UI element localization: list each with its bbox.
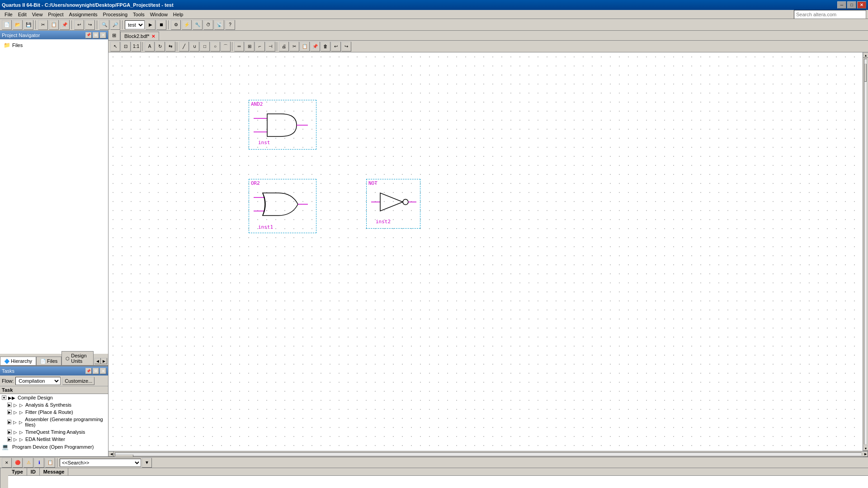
port-tool[interactable]: ⊣ [265, 42, 275, 52]
menu-tools[interactable]: Tools [130, 11, 147, 18]
curve-tool[interactable]: ∪ [189, 42, 199, 52]
tasks-pin-button[interactable]: 📌 [85, 368, 92, 374]
redo-tool[interactable]: ↪ [341, 42, 351, 52]
close-button[interactable]: ✕ [857, 1, 866, 9]
rotate-tool[interactable]: ↻ [155, 42, 165, 52]
timequest-expand[interactable]: ▶ [7, 430, 12, 434]
analyze-button[interactable]: ⚙ [171, 20, 181, 30]
help-btn[interactable]: ? [225, 20, 235, 30]
menu-project[interactable]: Project [45, 11, 66, 18]
vscroll-down-btn[interactable]: ▼ [863, 446, 868, 451]
msg-error-filter-btn[interactable]: 🔴 [13, 458, 23, 468]
menu-assignments[interactable]: Assignments [66, 11, 100, 18]
msg-clear-all-btn[interactable]: ✕ [2, 458, 12, 468]
paste-button[interactable]: 📌 [60, 20, 70, 30]
hscroll-track[interactable] [115, 452, 862, 456]
hscroll-thumb[interactable] [115, 455, 133, 457]
tasks-close-button[interactable]: ✕ [100, 368, 106, 374]
customize-button[interactable]: Customize... [62, 377, 94, 385]
vscroll-thumb[interactable] [864, 64, 867, 82]
menu-edit[interactable]: Edit [15, 11, 29, 18]
wire-tool[interactable]: ⌐ [255, 42, 265, 52]
msg-search-select[interactable]: <<Search>> [60, 459, 141, 467]
hscroll-right-btn[interactable]: ▶ [863, 451, 868, 457]
files-nav-item[interactable]: 📁 Files [2, 41, 106, 49]
navigator-pin-button[interactable]: 📌 [85, 32, 92, 38]
ellipse-tool[interactable]: ○ [210, 42, 220, 52]
nav-tab-next[interactable]: ▶ [101, 358, 107, 364]
task-program-device[interactable]: 💻 Program Device (Open Programmer) [0, 443, 108, 451]
cut-tool[interactable]: ✂ [289, 42, 299, 52]
navigator-close-button[interactable]: ✕ [100, 32, 106, 38]
new-button[interactable]: 📄 [2, 20, 12, 30]
undo-tool[interactable]: ↩ [331, 42, 341, 52]
schematic-canvas[interactable]: AND2 inst OR2 [108, 52, 863, 451]
stop-button[interactable]: ⏹ [156, 20, 166, 30]
task-compile-design[interactable]: ▼ ▶▶ Compile Design [0, 394, 108, 401]
flow-select[interactable]: Compilation [15, 377, 61, 385]
not-gate[interactable]: NOT inst2 [366, 179, 420, 229]
paste-tool[interactable]: 📌 [310, 42, 320, 52]
zoom-100[interactable]: 1:1 [131, 42, 141, 52]
vscroll-track[interactable] [864, 59, 867, 445]
menu-help[interactable]: Help [170, 11, 186, 18]
symbol-tool[interactable]: ⊞ [245, 42, 255, 52]
msg-search-dropdown[interactable]: ▼ [142, 458, 152, 468]
assembler-expand[interactable]: ▶ [7, 420, 11, 424]
maximize-button[interactable]: □ [847, 1, 856, 9]
nav-tab-prev[interactable]: ◀ [94, 358, 101, 364]
navigator-float-button[interactable]: ⧉ [93, 32, 99, 38]
arc-tool[interactable]: ⌒ [221, 42, 231, 52]
task-timequest[interactable]: ▶ ▷ ▷ TimeQuest Timing Analysis [0, 428, 108, 436]
line-tool[interactable]: ╱ [179, 42, 189, 52]
program-button[interactable]: 📡 [214, 20, 224, 30]
copy-tool[interactable]: 📋 [300, 42, 310, 52]
tasks-float-button[interactable]: ⧉ [93, 368, 99, 374]
canvas-tab-close[interactable]: ✕ [151, 34, 155, 39]
open-button[interactable]: 📂 [13, 20, 23, 30]
redo-button[interactable]: ↪ [85, 20, 95, 30]
text-tool[interactable]: A [145, 42, 155, 52]
fitter-expand[interactable]: ▶ [7, 410, 12, 414]
bus-tool[interactable]: ═ [234, 42, 244, 52]
compile-button[interactable]: ▶ [146, 20, 156, 30]
eda-netlist-expand[interactable]: ▶ [7, 437, 12, 441]
fitter-button[interactable]: 🔧 [193, 20, 203, 30]
tab-hierarchy[interactable]: 🔷 Hierarchy [0, 357, 36, 365]
print-tool[interactable]: 🖨 [279, 42, 289, 52]
task-fitter[interactable]: ▶ ▷ ▷ Fitter (Place & Route) [0, 408, 108, 416]
zoom-fit[interactable]: ⊡ [121, 42, 131, 52]
minimize-button[interactable]: ─ [837, 1, 846, 9]
menu-window[interactable]: Window [147, 11, 170, 18]
zoom-in-button[interactable]: 🔍 [99, 20, 109, 30]
altera-search-input[interactable] [794, 10, 866, 19]
copy-button[interactable]: 📋 [49, 20, 59, 30]
undo-button[interactable]: ↩ [74, 20, 84, 30]
delete-tool[interactable]: 🗑 [321, 42, 330, 52]
msg-info-filter-btn[interactable]: ℹ [34, 458, 44, 468]
menu-file[interactable]: File [2, 11, 15, 18]
timing-button[interactable]: ⏱ [203, 20, 213, 30]
mirror-tool[interactable]: ⇆ [165, 42, 175, 52]
canvas-tab-block2[interactable]: Block2.bdf* ✕ [120, 32, 159, 40]
tab-files[interactable]: 📄 Files [36, 357, 61, 365]
task-eda-netlist[interactable]: ▶ ▷ ▷ EDA Netlist Writer [0, 436, 108, 443]
vscroll-up-btn[interactable]: ▲ [863, 52, 868, 58]
canvas-vscroll[interactable]: ▲ ▼ [863, 52, 868, 451]
canvas-hscroll[interactable]: ◀ ▶ [108, 451, 868, 456]
task-analysis-synthesis[interactable]: ▶ ▷ ▷ Analysis & Synthesis [0, 401, 108, 408]
canvas-nav-icon[interactable]: ⊞ [108, 30, 120, 40]
menu-view[interactable]: View [29, 11, 46, 18]
select-tool[interactable]: ↖ [110, 42, 120, 52]
save-button[interactable]: 💾 [24, 20, 33, 30]
menu-processing[interactable]: Processing [100, 11, 130, 18]
msg-note-filter-btn[interactable]: 📋 [45, 458, 55, 468]
zoom-out-button[interactable]: 🔎 [110, 20, 120, 30]
compile-design-expand[interactable]: ▼ [2, 395, 6, 400]
synthesize-button[interactable]: ⚡ [182, 20, 192, 30]
analysis-synthesis-expand[interactable]: ▶ [7, 403, 12, 407]
hscroll-left-btn[interactable]: ◀ [108, 451, 114, 457]
msg-warning-filter-btn[interactable]: ⚠ [24, 458, 33, 468]
task-assembler[interactable]: ▶ ▷ ▷ Assembler (Generate programming fi… [0, 416, 108, 428]
or2-gate[interactable]: OR2 inst1 [249, 179, 316, 233]
